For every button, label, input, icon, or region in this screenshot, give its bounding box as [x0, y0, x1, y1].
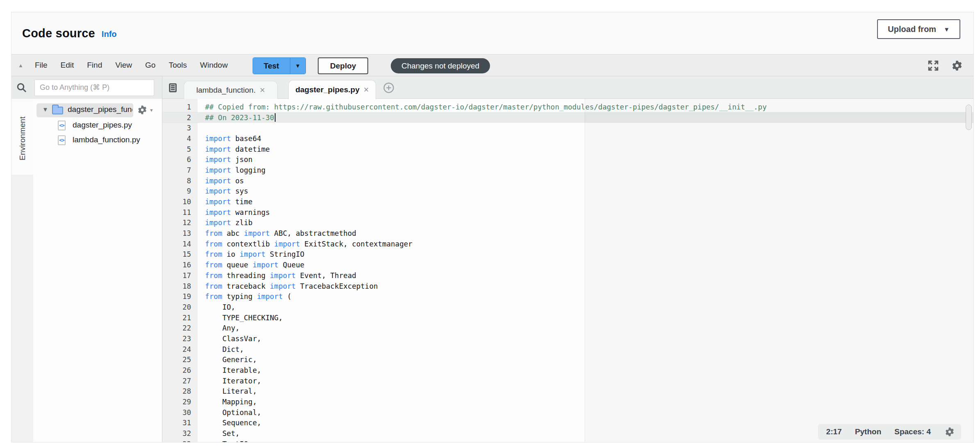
tab-label: dagster_pipes.py — [295, 85, 359, 94]
code-line-11[interactable]: 11import warnings — [162, 207, 973, 218]
cursor-position[interactable]: 2:17 — [826, 427, 842, 436]
close-tab-icon[interactable]: × — [364, 85, 369, 94]
tree-file-row[interactable]: <>dagster_pipes.py — [33, 119, 162, 133]
text-cursor — [275, 113, 276, 122]
code-text: from threading import Event, Thread — [198, 271, 356, 280]
settings-gear-icon[interactable] — [950, 59, 964, 72]
info-link[interactable]: Info — [102, 30, 117, 39]
line-number: 3 — [162, 124, 198, 132]
new-tab-icon[interactable] — [383, 82, 395, 94]
code-line-28[interactable]: 28 Literal, — [162, 386, 973, 397]
line-number: 27 — [162, 377, 198, 385]
code-line-12[interactable]: 12import zlib — [162, 218, 973, 228]
code-text: ## On 2023-11-30 — [198, 113, 276, 122]
code-line-3[interactable]: 3 — [162, 123, 973, 133]
collapse-editor-icon[interactable]: ▲ — [18, 62, 23, 68]
line-number: 26 — [162, 366, 198, 374]
menu-item-tools[interactable]: Tools — [162, 54, 193, 76]
code-line-1[interactable]: 1## Copied from: https://raw.githubuserc… — [162, 102, 973, 112]
code-line-24[interactable]: 24 Dict, — [162, 344, 973, 355]
code-line-21[interactable]: 21 TYPE_CHECKING, — [162, 312, 973, 323]
code-editor[interactable]: 1## Copied from: https://raw.githubuserc… — [162, 99, 973, 442]
code-line-8[interactable]: 8import os — [162, 176, 973, 186]
test-split-button[interactable]: Test ▼ — [253, 57, 306, 74]
code-line-20[interactable]: 20 IO, — [162, 302, 973, 312]
menu-items: FileEditFindViewGoToolsWindow — [28, 54, 234, 76]
code-line-15[interactable]: 15from io import StringIO — [162, 249, 973, 260]
test-dropdown-caret[interactable]: ▼ — [290, 58, 305, 74]
tab-dagster-pipes[interactable]: dagster_pipes.py × — [288, 80, 376, 99]
line-number: 31 — [162, 419, 198, 427]
code-line-2[interactable]: 2## On 2023-11-30 — [162, 112, 973, 123]
search-icon[interactable] — [16, 82, 28, 94]
code-text: Set, — [198, 429, 239, 438]
code-text: Sequence, — [198, 419, 261, 427]
chevron-down-icon: ▼ — [295, 63, 301, 69]
line-number: 10 — [162, 198, 198, 206]
code-line-5[interactable]: 5import datetime — [162, 144, 973, 155]
line-number: 25 — [162, 356, 198, 364]
menu-item-view[interactable]: View — [109, 54, 139, 76]
code-line-6[interactable]: 6import json — [162, 154, 973, 165]
line-number: 4 — [162, 135, 198, 143]
menu-item-file[interactable]: File — [28, 54, 54, 76]
menu-item-window[interactable]: Window — [194, 54, 235, 76]
code-text: Iterable, — [198, 366, 261, 374]
code-line-14[interactable]: 14from contextlib import ExitStack, cont… — [162, 239, 973, 249]
code-line-10[interactable]: 10import time — [162, 196, 973, 207]
test-button-label[interactable]: Test — [253, 58, 290, 74]
code-line-25[interactable]: 25 Generic, — [162, 355, 973, 365]
code-text: Generic, — [198, 356, 257, 364]
code-text: from contextlib import ExitStack, contex… — [198, 240, 413, 248]
upload-from-button[interactable]: Upload from ▼ — [877, 19, 960, 39]
code-text: Literal, — [198, 387, 257, 395]
code-line-16[interactable]: 16from queue import Queue — [162, 260, 973, 270]
code-text: Any, — [198, 324, 239, 332]
line-number: 8 — [162, 177, 198, 185]
vertical-scrollbar-thumb[interactable] — [966, 105, 972, 130]
code-line-29[interactable]: 29 Mapping, — [162, 397, 973, 407]
code-line-30[interactable]: 30 Optional, — [162, 407, 973, 418]
code-line-9[interactable]: 9import sys — [162, 186, 973, 197]
menu-item-edit[interactable]: Edit — [54, 54, 81, 76]
code-text: Optional, — [198, 408, 261, 417]
status-gear-icon[interactable] — [944, 426, 955, 438]
environment-tab[interactable]: Environment — [11, 104, 33, 173]
line-number: 17 — [162, 271, 198, 280]
tab-label: lambda_function. — [196, 86, 256, 95]
line-number: 33 — [162, 440, 198, 442]
code-text: ClassVar, — [198, 335, 261, 343]
code-line-18[interactable]: 18from traceback import TracebackExcepti… — [162, 281, 973, 292]
code-text: Mapping, — [198, 398, 257, 406]
folder-expand-caret-icon[interactable]: ▼ — [42, 106, 48, 113]
tab-list-icon[interactable] — [167, 82, 178, 93]
tree-settings-button[interactable]: ▾ — [137, 104, 153, 116]
tab-lambda-function[interactable]: lambda_function. × — [184, 81, 278, 99]
code-line-19[interactable]: 19from typing import ( — [162, 291, 973, 302]
chevron-down-icon: ▼ — [944, 26, 950, 33]
menu-item-find[interactable]: Find — [80, 54, 109, 76]
code-line-22[interactable]: 22 Any, — [162, 323, 973, 333]
close-tab-icon[interactable]: × — [260, 86, 265, 95]
deploy-button[interactable]: Deploy — [318, 57, 368, 74]
line-number: 28 — [162, 387, 198, 395]
changes-not-deployed-badge: Changes not deployed — [391, 58, 490, 73]
language-mode[interactable]: Python — [855, 427, 881, 436]
line-number: 5 — [162, 145, 198, 153]
tree-file-row[interactable]: <>lambda_function.py — [33, 133, 162, 148]
sidebar-search-row — [11, 76, 162, 99]
code-line-7[interactable]: 7import logging — [162, 165, 973, 176]
spaces-setting[interactable]: Spaces: 4 — [894, 427, 931, 436]
go-to-anything-input[interactable] — [34, 80, 154, 96]
code-line-4[interactable]: 4import base64 — [162, 133, 973, 144]
code-line-13[interactable]: 13from abc import ABC, abstractmethod — [162, 228, 973, 239]
tree-folder-row[interactable]: ▼ dagster_pipes_funct ▾ — [33, 103, 162, 117]
code-line-17[interactable]: 17from threading import Event, Thread — [162, 270, 973, 281]
tree-file-label: lambda_function.py — [73, 135, 140, 144]
code-line-27[interactable]: 27 Iterator, — [162, 376, 973, 386]
code-line-23[interactable]: 23 ClassVar, — [162, 333, 973, 344]
menu-item-go[interactable]: Go — [139, 54, 162, 76]
line-number: 2 — [162, 114, 198, 122]
fullscreen-icon[interactable] — [927, 59, 940, 72]
code-line-26[interactable]: 26 Iterable, — [162, 365, 973, 376]
